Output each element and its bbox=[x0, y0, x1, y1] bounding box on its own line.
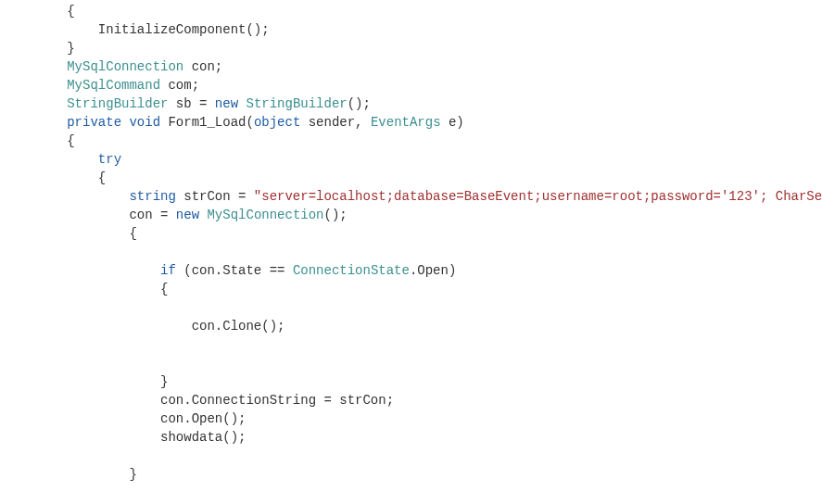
code-line: con.ConnectionString = strCon; bbox=[160, 393, 394, 408]
code-text: con = bbox=[129, 208, 175, 222]
code-text: (); bbox=[348, 96, 371, 111]
brace-close: } bbox=[160, 374, 168, 389]
type-name: ConnectionState bbox=[293, 263, 410, 278]
code-text: (con.State == bbox=[176, 263, 293, 278]
brace-close: } bbox=[129, 467, 136, 482]
type-name: MySqlConnection bbox=[67, 59, 183, 74]
code-line: con.Clone(); bbox=[192, 319, 285, 334]
code-text: sb = bbox=[168, 96, 214, 111]
code-line: con.Open(); bbox=[160, 411, 246, 426]
code-line: InitializeComponent(); bbox=[98, 22, 270, 37]
keyword: try bbox=[98, 152, 121, 167]
type-name: MySqlConnection bbox=[207, 208, 323, 222]
type-name: MySqlCommand bbox=[67, 78, 160, 93]
brace-open: { bbox=[160, 282, 168, 296]
brace-open: { bbox=[129, 226, 136, 241]
keyword: string bbox=[129, 189, 175, 204]
code-text: strCon = bbox=[176, 189, 254, 204]
string-literal: "server=localhost;database=BaseEvent;use… bbox=[254, 189, 822, 204]
type-name: StringBuilder bbox=[246, 96, 347, 111]
method-name: Form1_Load( bbox=[168, 115, 253, 130]
code-text: com; bbox=[160, 78, 199, 93]
code-text: (); bbox=[324, 208, 348, 222]
code-text: e) bbox=[441, 115, 464, 130]
keyword: object bbox=[254, 115, 300, 130]
code-text: sender, bbox=[300, 115, 371, 130]
code-line: showdata(); bbox=[160, 430, 246, 445]
code-text: .Open) bbox=[410, 263, 456, 278]
type-name: EventArgs bbox=[371, 115, 441, 130]
brace-open: { bbox=[98, 170, 106, 185]
code-text: con; bbox=[183, 59, 222, 74]
keyword: new bbox=[176, 208, 199, 222]
keyword: new bbox=[215, 96, 238, 111]
brace-open: { bbox=[67, 4, 74, 19]
brace-close: } bbox=[67, 41, 74, 56]
type-name: StringBuilder bbox=[67, 96, 168, 111]
code-block: { InitializeComponent(); } MySqlConnecti… bbox=[0, 0, 822, 484]
keyword: if bbox=[160, 263, 176, 278]
brace-open: { bbox=[67, 133, 74, 148]
keyword: void bbox=[129, 115, 160, 130]
keyword: private bbox=[67, 115, 121, 130]
